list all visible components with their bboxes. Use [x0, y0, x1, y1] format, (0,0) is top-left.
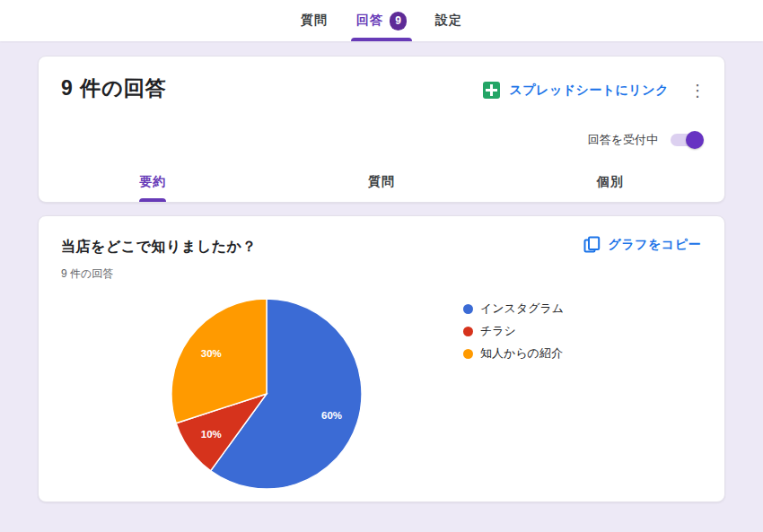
copy-chart-button[interactable]: グラフをコピー [583, 236, 701, 254]
legend-label: チラシ [480, 323, 516, 339]
legend-dot [463, 327, 473, 336]
legend-label: 知人からの紹介 [480, 345, 563, 362]
sheets-icon [483, 82, 500, 99]
top-nav-bar: 質問 回答 9 設定 [0, 0, 763, 41]
subtab-individual-label: 個別 [597, 174, 624, 190]
responses-count-title: 9 件の回答 [61, 74, 167, 102]
tab-settings[interactable]: 設定 [421, 0, 477, 41]
more-options-button[interactable]: ⋮ [687, 80, 708, 101]
accepting-responses-label: 回答を受付中 [588, 132, 658, 148]
tab-questions-label: 質問 [301, 13, 328, 29]
subtab-summary-label: 要約 [139, 174, 166, 190]
legend-item: インスタグラム [463, 301, 564, 317]
question-response-count: 9 件の回答 [61, 266, 113, 282]
pie-slice-label: 10% [201, 429, 222, 440]
legend-label: インスタグラム [480, 301, 564, 317]
responses-count-badge: 9 [390, 12, 407, 31]
subtab-question[interactable]: 質問 [267, 162, 496, 202]
pie-slice-label: 30% [201, 348, 222, 359]
copy-icon [583, 236, 601, 254]
subtab-active-underline [139, 198, 166, 202]
copy-chart-label: グラフをコピー [609, 237, 701, 253]
legend-dot [463, 349, 473, 359]
google-forms-responses-page: 質問 回答 9 設定 9 件の回答 スプレッドシートにリンク ⋮ 回答を受付中 [0, 0, 763, 532]
chart-legend: インスタグラムチラシ知人からの紹介 [463, 301, 564, 362]
tab-responses[interactable]: 回答 9 [342, 0, 421, 41]
tab-questions[interactable]: 質問 [286, 0, 342, 41]
tab-responses-label: 回答 [356, 13, 383, 29]
subtab-question-label: 質問 [368, 174, 395, 190]
question-title: 当店をどこで知りましたか？ [61, 238, 257, 257]
pie-slice-label: 60% [321, 410, 342, 421]
link-to-sheets-button[interactable]: スプレッドシートにリンク [483, 82, 669, 99]
tab-settings-label: 設定 [435, 13, 462, 29]
subtab-individual[interactable]: 個別 [496, 162, 724, 202]
pie-chart-svg: 60%10%30% [166, 293, 367, 494]
subtab-summary[interactable]: 要約 [39, 162, 267, 202]
active-tab-underline [351, 38, 412, 41]
legend-item: 知人からの紹介 [463, 345, 564, 362]
accepting-responses-toggle[interactable] [671, 134, 701, 146]
kebab-menu-icon: ⋮ [689, 82, 706, 100]
link-to-sheets-label: スプレッドシートにリンク [509, 83, 669, 99]
pie-chart: 60%10%30% [166, 293, 367, 498]
responses-summary-card: 9 件の回答 スプレッドシートにリンク ⋮ 回答を受付中 要約 質問 個別 [38, 56, 725, 203]
responses-sub-tabs: 要約 質問 個別 [39, 162, 724, 202]
toggle-knob [686, 131, 704, 149]
question-result-card: 当店をどこで知りましたか？ 9 件の回答 グラフをコピー 60%10%30% イ… [38, 215, 725, 502]
legend-item: チラシ [463, 323, 564, 339]
accepting-responses-row: 回答を受付中 [588, 132, 701, 148]
legend-dot [463, 304, 473, 314]
